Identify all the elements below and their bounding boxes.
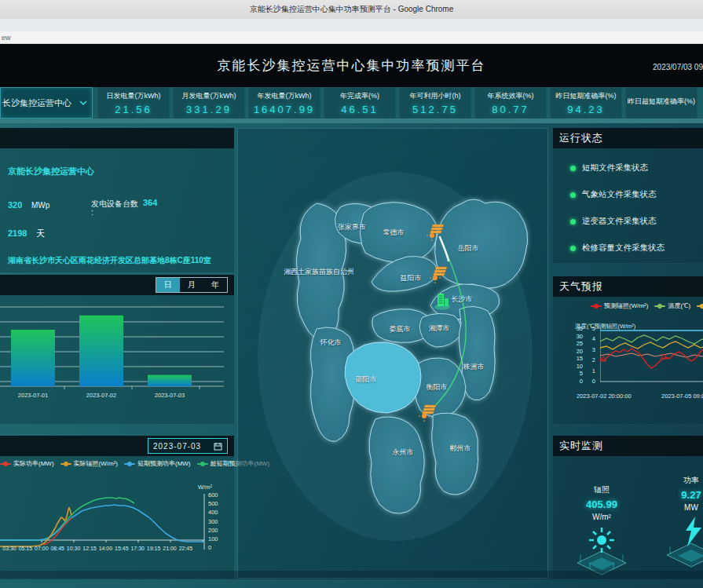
page-title: 京能长沙集控运营中心集中功率预测平台 — [0, 57, 703, 75]
legend-marker — [591, 305, 602, 307]
stat-label: 日发电量(万kWh) — [107, 91, 161, 101]
power-legend: 实际功率(MW)实际辐照(W/m²)短期预测功率(MW)超短期预测功率(MW) — [0, 459, 234, 468]
legend-item[interactable]: 温度(℃) — [654, 301, 690, 310]
tab-day[interactable]: 日 — [156, 278, 180, 292]
realtime-panel: 实时监测 辐照 405.99 W/m² 功率 9.27 MW — [553, 436, 703, 579]
weather-panel: 天气预报 预测辐照(W/m²)温度(℃) 温度(℃预测辐照(W/m²) 3530… — [553, 276, 703, 424]
bookmark-label[interactable]: ew — [2, 34, 11, 42]
map-city-label[interactable]: 怀化市 — [320, 338, 342, 348]
stat-label: 年发电量(万kWh) — [258, 91, 312, 101]
generation-chart-header: 日月年 — [0, 275, 234, 295]
legend-label: 短期预测功率(MW) — [137, 459, 191, 468]
generation-chart-panel: 日月年 2023-07-012023-07-022023-07-03 — [0, 275, 234, 424]
legend-label: 实际辐照(W/m²) — [74, 459, 118, 468]
power-x-tick: 08:45 — [50, 546, 64, 551]
map-city-label[interactable]: 益阳市 — [401, 273, 422, 283]
power-x-labels: 03:3005:1507:0008:4510:3012:1514:0015:45… — [2, 546, 192, 551]
status-ok-dot — [570, 246, 576, 251]
legend-marker — [0, 463, 11, 465]
stat-label: 昨日短期准确率(%) — [556, 91, 617, 101]
weather-inner-ticks: 543210 — [588, 325, 595, 385]
bar — [11, 330, 55, 386]
bookmarks-bar: ew — [0, 31, 703, 44]
stat-label: 年完成率(%) — [340, 91, 379, 101]
stat-value: 331.29 — [186, 104, 232, 115]
legend-item[interactable]: 短期预测功率(MW) — [124, 459, 191, 468]
status-label: 检修容量文件采集状态 — [582, 243, 665, 254]
map-city-label[interactable]: 株洲市 — [463, 362, 485, 372]
legend-item[interactable]: 实际功率(MW) — [0, 459, 54, 468]
power-x-tick: 03:30 — [2, 546, 16, 551]
weather-line-chart — [600, 325, 703, 388]
station-address: 湖南省长沙市天心区雨花经济开发区总部基地8栋C座110室 — [8, 255, 229, 265]
power-x-tick: 15:45 — [115, 546, 129, 551]
legend-item[interactable]: 实际辐照(W/m²) — [60, 459, 118, 468]
realtime-header: 实时监测 — [553, 436, 703, 456]
province-chenzhou[interactable] — [432, 413, 478, 495]
legend-marker — [124, 463, 135, 465]
map-city-label[interactable]: 湘潭市 — [429, 323, 450, 334]
map-city-label[interactable]: 岳阳市 — [458, 243, 479, 254]
stat-card: 年系统效率(%)80.77 — [474, 87, 547, 119]
status-ok-dot — [570, 166, 576, 171]
map-city-label[interactable]: 常德市 — [383, 228, 405, 238]
map-city-label[interactable]: 湘西土家族苗族自治州 — [284, 267, 354, 277]
run-status-header: 运行状态 — [553, 128, 703, 148]
weather-x-label-start: 2023-07-02 20:00:00 — [577, 393, 632, 400]
station-selector[interactable]: 长沙集控运营中心 — [0, 87, 93, 119]
legend-item[interactable]: 预测辐照(W/m²) — [591, 301, 648, 310]
hunan-map — [238, 129, 547, 578]
weather-y-tick: 2 — [592, 356, 595, 363]
bar-x-label: 2023-07-03 — [155, 392, 185, 399]
power-y-tick: 100 — [208, 535, 218, 542]
devices-value: 364 — [143, 198, 157, 207]
power-x-tick: 21:00 — [163, 546, 177, 551]
weather-title: 天气预报 — [559, 279, 603, 294]
weather-y-tick: 5 — [592, 325, 595, 332]
status-item: 逆变器文件采集状态 — [570, 208, 703, 235]
power-x-tick: 22:45 — [179, 546, 193, 551]
map-city-label[interactable]: 张家界市 — [338, 222, 366, 232]
weather-y-tick: 35 — [577, 325, 583, 332]
status-items: 短期文件采集状态气象站文件采集状态逆变器文件采集状态检修容量文件采集状态 — [553, 148, 703, 261]
map-city-label[interactable]: 永州市 — [393, 447, 414, 458]
weather-x-label-end: 2023-07-05 09:00:00 — [661, 393, 703, 400]
stat-card: 月发电量(万kWh)331.29 — [173, 87, 245, 119]
stat-card: 年可利用小时(h)512.75 — [399, 87, 471, 119]
power-unit: MW — [684, 503, 698, 512]
tab-month[interactable]: 月 — [180, 278, 203, 292]
stat-card: 昨日超短期准确率(%) — [625, 87, 698, 119]
tab-year[interactable]: 年 — [203, 278, 227, 292]
province-yueyang[interactable] — [435, 199, 528, 288]
devices-label: 发电设备台数 — [91, 199, 138, 210]
legend-item[interactable] — [697, 305, 703, 307]
irradiance-value: 405.99 — [586, 499, 617, 510]
lightning-icon — [664, 517, 703, 568]
power-y-tick: 0 — [208, 544, 211, 551]
power-y-tick: 600 — [208, 491, 218, 499]
weather-y-tick: 30 — [577, 333, 583, 340]
realtime-title: 实时监测 — [559, 439, 603, 453]
legend-marker — [197, 463, 208, 465]
window-title: 京能长沙集控运营中心集中功率预测平台 - Google Chrome — [250, 4, 453, 15]
map-city-label[interactable]: 长沙市 — [452, 294, 473, 305]
power-x-tick: 07:00 — [35, 546, 49, 551]
stat-card: 昨日短期准确率(%)94.23 — [550, 87, 622, 119]
map-city-label[interactable]: 邵阳市 — [356, 374, 377, 385]
map-city-label[interactable]: 衡阳市 — [427, 382, 448, 393]
legend-label: 温度(℃) — [668, 301, 690, 310]
power-metric: 功率 9.27 MW — [655, 475, 703, 568]
power-y-tick: 200 — [208, 527, 218, 534]
company-name: 京能长沙集控运营中心 — [8, 166, 94, 177]
map-city-label[interactable]: 娄底市 — [390, 324, 411, 334]
province-yongzhou[interactable] — [369, 417, 424, 513]
browser-toolbar — [0, 19, 703, 31]
power-x-tick: 05:15 — [19, 546, 33, 551]
date-picker[interactable]: 2023-07-03 — [148, 438, 228, 454]
station-info-panel: 京能长沙集控运营中心 320 MWp 发电设备台数 364 : 2198 天 湖… — [0, 128, 234, 272]
power-chart-header: 2023-07-03 — [0, 436, 234, 456]
stat-label: 年系统效率(%) — [488, 91, 534, 101]
map-city-label[interactable]: 郴州市 — [450, 444, 471, 454]
power-y-tick: 300 — [208, 518, 218, 525]
weather-y-tick: 0 — [592, 378, 595, 385]
